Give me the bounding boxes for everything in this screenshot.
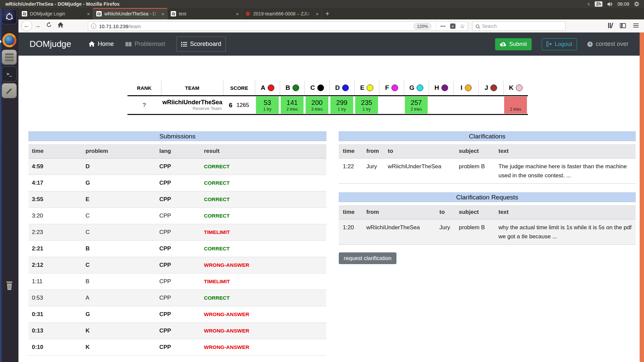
terminal-prompt-icon: >_: [7, 71, 12, 76]
balloon-icon: [367, 84, 373, 91]
submission-row[interactable]: 1:11BCPPTIMELIMIT: [29, 274, 326, 290]
trash-launcher-icon[interactable]: [2, 278, 17, 293]
score-cell-C: 2003 tries: [305, 96, 329, 114]
problem-header-F: F: [379, 80, 404, 95]
files-launcher-icon[interactable]: [2, 50, 17, 65]
balloon-icon: [465, 84, 472, 91]
page-actions-icon[interactable]: •••: [440, 24, 446, 28]
clarification-requests-title: Clarification Requests: [339, 192, 636, 202]
navigation-toolbar: ← → i 10.71.10.239/team 120% ••• ▾ ☆: [18, 19, 644, 33]
site-info-icon[interactable]: i: [91, 23, 96, 29]
submission-row[interactable]: 4:17GCPPCORRECT: [29, 175, 326, 191]
library-icon[interactable]: [608, 23, 612, 28]
submission-row[interactable]: 0:53ACPPCORRECT: [29, 290, 326, 306]
bookmark-star-icon[interactable]: ☆: [460, 23, 465, 30]
submission-row[interactable]: 2:21BCPPCORRECT: [29, 241, 326, 257]
score-cell-I: [453, 96, 478, 114]
text-editor-launcher-icon[interactable]: [2, 83, 17, 98]
network-icon[interactable]: ↑↓: [587, 2, 590, 6]
tab-text[interactable]: Dj text ×: [167, 8, 242, 19]
submission-row[interactable]: 0:10KCPPWRONG-ANSWER: [29, 339, 326, 356]
scoreboard-team-row: ? wRiichiUnderTheSea Reserve Team 6 1265…: [127, 95, 528, 115]
score-cell-G: 2572 tries: [404, 96, 429, 114]
url-text: 10.71.10.239/team: [99, 23, 141, 29]
trash-icon: [5, 281, 14, 291]
forward-button[interactable]: →: [35, 22, 41, 29]
team-rank: ?: [127, 96, 161, 114]
submission-row[interactable]: 0:13KCPPWRONG-ANSWER: [29, 323, 326, 339]
sidebar-icon[interactable]: [620, 23, 626, 28]
submission-row[interactable]: 3:20CCPPCORRECT: [29, 208, 326, 224]
tab-close-icon[interactable]: ×: [87, 11, 90, 17]
clarification-row[interactable]: 1:22 Jury wRiichiUnderTheSea problem B T…: [339, 159, 636, 184]
clarification-requests-header-row: time from to subject text: [339, 205, 636, 220]
new-tab-button[interactable]: +: [322, 8, 333, 19]
logout-icon: [546, 42, 552, 47]
dash-home-button[interactable]: [2, 9, 17, 24]
tab-problem-pdf[interactable]: 2019-team666-0008 – ZJU ×: [242, 8, 322, 19]
score-cell-A: 531 try: [255, 96, 280, 114]
domjudge-favicon: Dj: [22, 11, 27, 16]
tab-domjudge-login[interactable]: Dj DOMjudge Login ×: [18, 8, 93, 19]
reload-button[interactable]: [46, 22, 52, 28]
team-affiliation: Reserve Team: [162, 106, 222, 111]
score-cell-H: [429, 96, 453, 114]
nav-scoreboard[interactable]: Scoreboard: [176, 37, 226, 52]
tab-close-icon[interactable]: ×: [161, 11, 164, 17]
balloon-icon: [391, 84, 398, 91]
problem-header-B: B: [280, 80, 305, 95]
search-icon: [476, 24, 479, 28]
col-team: TEAM: [185, 85, 200, 91]
submission-row[interactable]: 2:12CCPPWRONG-ANSWER: [29, 257, 326, 274]
brand[interactable]: DOMjudge: [30, 39, 71, 49]
problem-header-K: K: [503, 80, 528, 95]
menu-icon[interactable]: [633, 23, 639, 27]
submissions-rows: 4:59DCPPCORRECT 4:17GCPPCORRECT 3:55ECPP…: [29, 159, 326, 356]
logout-button[interactable]: Logout: [542, 38, 577, 50]
nav-home[interactable]: Home: [89, 41, 114, 48]
submission-row[interactable]: 0:31GCPPWRONG-ANSWER: [29, 306, 326, 323]
search-bar[interactable]: Search: [472, 21, 566, 31]
submit-button[interactable]: Submit: [495, 38, 532, 50]
col-result: result: [204, 148, 330, 155]
zoom-level-indicator[interactable]: 120%: [414, 23, 431, 29]
col-problem: problem: [86, 148, 159, 155]
problem-header-C: C: [305, 80, 329, 95]
solved-count: 6: [229, 102, 232, 109]
tab-close-icon[interactable]: ×: [316, 11, 319, 17]
balloon-icon: [417, 84, 423, 91]
firefox-launcher-icon[interactable]: [2, 33, 17, 48]
submission-row[interactable]: 2:23CCPPTIMELIMIT: [29, 224, 326, 241]
team-name: wRiichiUnderTheSea: [162, 99, 222, 106]
volume-icon[interactable]: [607, 2, 613, 7]
tab-close-icon[interactable]: ×: [236, 11, 239, 17]
problem-header-E: E: [354, 80, 379, 95]
submission-row[interactable]: 3:55ECPPCORRECT: [29, 191, 326, 208]
clarification-requests-panel: Clarification Requests time from to subj…: [339, 192, 636, 245]
home-icon: [89, 41, 95, 47]
submission-row[interactable]: 4:59DCPPCORRECT: [29, 159, 326, 175]
request-clarification-button[interactable]: request clarification: [339, 252, 396, 264]
clarification-request-row[interactable]: 1:20 wRiichiUnderTheSea Jury problem B w…: [339, 220, 636, 245]
drawer-icon: [5, 53, 14, 55]
score-cell-F: [379, 96, 404, 114]
submissions-header-row: time problem lang result: [29, 144, 326, 159]
tab-team-page[interactable]: Dj wRiichiUnderTheSea - D ×: [93, 8, 167, 19]
window-title: wRiichiUnderTheSea - DOMjudge - Mozilla …: [5, 1, 120, 7]
problem-header-I: I: [453, 80, 478, 95]
terminal-launcher-icon[interactable]: >_: [2, 66, 17, 81]
submissions-panel: Submissions time problem lang result 4:5…: [29, 131, 326, 356]
session-gear-icon[interactable]: [634, 1, 639, 7]
url-bar[interactable]: i 10.71.10.239/team 120% ••• ▾ ☆: [88, 21, 468, 31]
page-content: DOMjudge Home Problemset: [18, 33, 644, 362]
page-scrollbar[interactable]: [640, 33, 644, 362]
clock-icon: [587, 41, 593, 47]
clock[interactable]: 06:09: [618, 1, 629, 7]
keyboard-layout-indicator[interactable]: Zh: [595, 1, 602, 7]
pocket-icon[interactable]: ▾: [450, 23, 455, 29]
balloon-icon: [516, 84, 523, 91]
home-button[interactable]: [57, 22, 64, 28]
nav-problemset[interactable]: Problemset: [125, 41, 165, 48]
back-button[interactable]: ←: [21, 20, 32, 31]
col-lang: lang: [159, 148, 204, 155]
